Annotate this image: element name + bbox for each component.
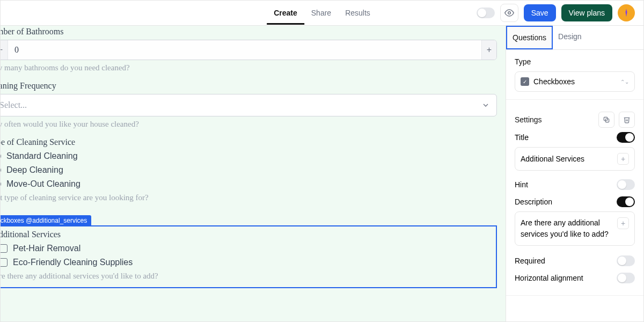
option-label: Eco-Friendly Cleaning Supplies bbox=[13, 258, 133, 267]
halign-toggle[interactable] bbox=[617, 273, 635, 283]
stepper-plus[interactable]: + bbox=[481, 40, 496, 60]
question-hint: re there any additional services you'd l… bbox=[1, 272, 491, 281]
add-button[interactable]: + bbox=[617, 217, 629, 229]
type-label: Type bbox=[515, 57, 635, 66]
question-hint: ow often would you like your house clean… bbox=[1, 120, 497, 129]
radio-icon bbox=[1, 180, 1, 188]
checkbox-icon bbox=[1, 258, 8, 267]
frequency-select[interactable]: Select... bbox=[1, 94, 497, 116]
question-hint: ow many bathrooms do you need cleaned? bbox=[1, 63, 497, 72]
halign-toggle-label: Horizontal alignment bbox=[515, 274, 583, 282]
radio-icon bbox=[1, 166, 1, 174]
add-button[interactable]: + bbox=[617, 153, 629, 165]
title-input-value: Additional Services bbox=[521, 155, 584, 163]
description-input[interactable]: Are there any additional services you'd … bbox=[515, 211, 635, 246]
description-toggle-label: Description bbox=[515, 197, 552, 206]
hint-toggle-label: Hint bbox=[515, 180, 528, 189]
duplicate-button[interactable] bbox=[598, 112, 614, 128]
view-plans-button[interactable]: View plans bbox=[561, 4, 612, 21]
question-hint: hat type of cleaning service are you loo… bbox=[1, 193, 497, 202]
title-toggle[interactable] bbox=[617, 132, 635, 143]
chevron-down-icon bbox=[481, 101, 490, 109]
type-select[interactable]: ✓ Checkboxes ⌃⌄ bbox=[515, 71, 635, 92]
radio-option[interactable]: Standard Cleaning bbox=[1, 151, 497, 161]
publish-toggle[interactable] bbox=[477, 8, 495, 18]
option-label: Pet-Hair Removal bbox=[13, 244, 80, 253]
tab-share[interactable]: Share bbox=[304, 1, 338, 25]
question-title: dditional Services bbox=[1, 230, 491, 239]
checkbox-option[interactable]: Eco-Friendly Cleaning Supplies bbox=[1, 258, 491, 267]
tab-results[interactable]: Results bbox=[338, 1, 377, 25]
checkbox-icon bbox=[1, 244, 8, 253]
required-toggle-label: Required bbox=[515, 257, 545, 265]
chevron-updown-icon: ⌃⌄ bbox=[620, 79, 629, 85]
trash-icon bbox=[623, 116, 631, 123]
top-tabs: Create Share Results bbox=[267, 1, 377, 25]
question-additional-services[interactable]: dditional Services Pet-Hair Removal Eco-… bbox=[1, 225, 497, 288]
question-title: leaning Frequency bbox=[1, 81, 497, 91]
question-title: umber of Bathrooms bbox=[1, 27, 497, 36]
number-stepper[interactable]: − 0 + bbox=[1, 40, 497, 60]
required-toggle[interactable] bbox=[617, 255, 635, 266]
description-input-value: Are there any additional services you'd … bbox=[521, 217, 613, 240]
delete-button[interactable] bbox=[619, 112, 635, 128]
option-label: Standard Cleaning bbox=[6, 151, 78, 161]
question-frequency[interactable]: leaning Frequency Select... ow often wou… bbox=[1, 81, 497, 129]
tab-create[interactable]: Create bbox=[267, 1, 304, 25]
radio-option[interactable]: Deep Cleaning bbox=[1, 165, 497, 175]
stepper-minus[interactable]: − bbox=[1, 40, 8, 60]
avatar-graphic bbox=[621, 8, 631, 18]
sidebar-tabs: Questions Design bbox=[506, 26, 643, 50]
description-toggle[interactable] bbox=[617, 196, 635, 207]
title-toggle-label: Title bbox=[515, 133, 529, 142]
selection-tag: eckboxes @additional_services bbox=[1, 215, 91, 226]
eye-icon bbox=[504, 8, 514, 18]
checkbox-type-icon: ✓ bbox=[521, 77, 529, 86]
settings-label: Settings bbox=[515, 115, 542, 124]
avatar[interactable] bbox=[618, 4, 635, 21]
sidebar: Questions Design Type ✓ Checkboxes ⌃⌄ Se… bbox=[506, 26, 643, 322]
top-right: Save View plans bbox=[477, 4, 635, 22]
title-input[interactable]: Additional Services + bbox=[515, 147, 635, 171]
option-label: Deep Cleaning bbox=[6, 165, 63, 175]
top-bar: Create Share Results Save View plans bbox=[1, 1, 643, 26]
type-value: Checkboxes bbox=[533, 77, 575, 86]
sidebar-tab-design[interactable]: Design bbox=[553, 26, 587, 49]
copy-icon bbox=[603, 116, 610, 123]
hint-toggle[interactable] bbox=[617, 179, 635, 190]
stepper-value: 0 bbox=[8, 45, 481, 55]
sidebar-tab-questions[interactable]: Questions bbox=[506, 26, 553, 49]
radio-icon bbox=[1, 152, 1, 160]
checkbox-option[interactable]: Pet-Hair Removal bbox=[1, 244, 491, 253]
select-placeholder: Select... bbox=[1, 100, 27, 110]
question-title: ype of Cleaning Service bbox=[1, 137, 497, 147]
save-button[interactable]: Save bbox=[524, 4, 556, 21]
question-cleaning-type[interactable]: ype of Cleaning Service Standard Cleanin… bbox=[1, 137, 497, 202]
radio-option[interactable]: Move-Out Cleaning bbox=[1, 179, 497, 189]
preview-button[interactable] bbox=[500, 4, 518, 22]
form-canvas[interactable]: umber of Bathrooms − 0 + ow many bathroo… bbox=[1, 26, 506, 322]
svg-point-0 bbox=[508, 12, 510, 14]
question-bathrooms[interactable]: umber of Bathrooms − 0 + ow many bathroo… bbox=[1, 27, 497, 72]
option-label: Move-Out Cleaning bbox=[6, 179, 80, 189]
